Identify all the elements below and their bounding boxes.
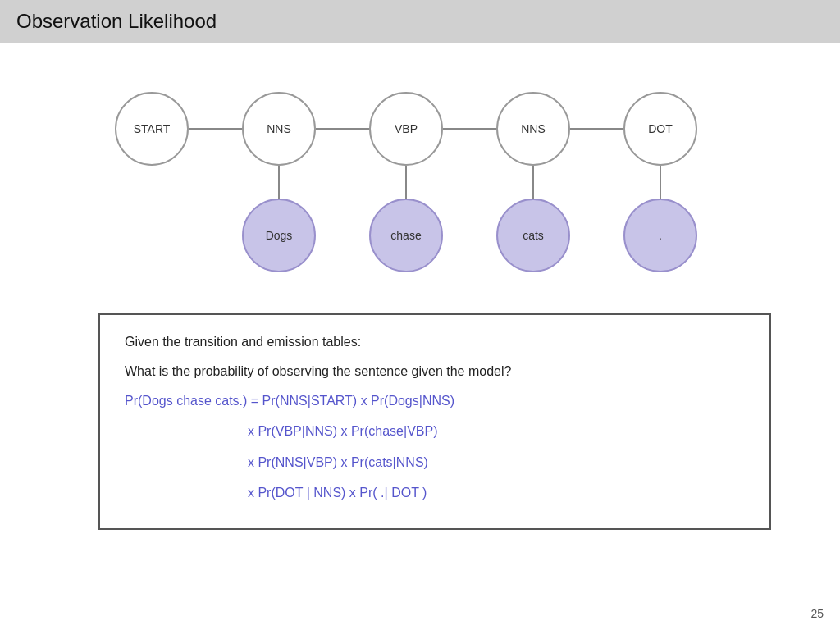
formula-line1: Pr(Dogs chase cats.) = Pr(NNS|START) x P… [125,390,745,412]
node-nns1: NNS [242,92,316,166]
main-content: START NNS VBP NNS DOT Dogs chase cats . … [0,43,840,546]
formula-line4: x Pr(DOT | NNS) x Pr( .| DOT ) [248,482,745,504]
node-period: . [623,199,697,272]
node-vbp: VBP [369,92,443,166]
formula-line3: x Pr(NNS|VBP) x Pr(cats|NNS) [248,451,745,473]
textbox: Given the transition and emission tables… [98,313,771,530]
page-number: 25 [810,607,824,620]
diagram: START NNS VBP NNS DOT Dogs chase cats . [33,67,807,297]
node-dogs: Dogs [242,199,316,272]
header: Observation Likelihood [0,0,840,43]
textbox-line1: Given the transition and emission tables… [125,331,745,353]
node-cats: cats [496,199,570,272]
textbox-line2: What is the probability of observing the… [125,361,745,382]
page-title: Observation Likelihood [16,10,217,33]
node-chase: chase [369,199,443,272]
formula-line2: x Pr(VBP|NNS) x Pr(chase|VBP) [248,420,745,442]
node-start: START [115,92,189,166]
formula-block: Pr(Dogs chase cats.) = Pr(NNS|START) x P… [125,390,745,504]
node-dot: DOT [623,92,697,166]
node-nns2: NNS [496,92,570,166]
